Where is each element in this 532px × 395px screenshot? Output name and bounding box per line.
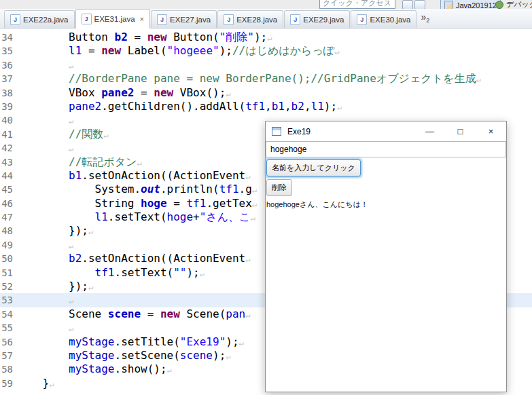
eol-marker: ↵	[226, 89, 230, 98]
eol-marker: ↵	[137, 158, 141, 168]
perspective-debug-button[interactable]: デバッグ	[492, 0, 532, 9]
eol-marker: ↵	[239, 338, 244, 347]
tab-overflow-indicator[interactable]: »2	[421, 13, 429, 24]
perspective-java-label: Java201912	[456, 1, 497, 10]
eol-marker: ↵	[69, 324, 73, 333]
editor-tab-EXE31.java[interactable]: JEXE31.java×	[75, 9, 151, 29]
java-file-icon: J	[290, 14, 300, 25]
name-textfield[interactable]	[266, 141, 506, 157]
eol-marker: ↵	[252, 200, 257, 209]
line-number: 43	[0, 155, 16, 169]
line-number: 40	[0, 113, 16, 127]
java-file-icon: J	[224, 14, 234, 25]
debug-perspective-icon	[495, 1, 503, 9]
editor-tab-EXE22a.java[interactable]: JEXE22a.java	[4, 10, 75, 28]
eol-marker: ↵	[252, 185, 257, 195]
line-number: 58	[0, 362, 16, 376]
line-number: 44	[0, 169, 16, 183]
editor-tab-EXE30.java[interactable]: JEXE30.java	[351, 10, 416, 28]
tab-label: EXE22a.java	[23, 16, 69, 24]
exe19-window-title: Exe19	[287, 127, 414, 136]
line-number: 39	[0, 100, 16, 113]
line-number: 55	[0, 321, 16, 335]
eol-marker: ↵	[245, 255, 250, 264]
line-number: 49	[0, 238, 16, 252]
eol-marker: ↵	[476, 75, 480, 84]
eol-marker: ↵	[226, 352, 230, 361]
code-line[interactable]: 36 ↵	[0, 58, 532, 72]
code-line[interactable]: 39 pane2.getChildren().addAll(tf1,b1,b2,…	[0, 100, 532, 113]
line-number: 41	[0, 128, 16, 141]
eol-marker: ↵	[251, 213, 255, 223]
eol-marker: ↵	[69, 61, 73, 71]
line-number: 50	[0, 252, 16, 265]
line-number: 34	[0, 31, 16, 44]
tab-label: EXE28.java	[236, 16, 277, 24]
java-file-icon: J	[10, 14, 20, 25]
code-line[interactable]: 37 //BorderPane pane = new BorderPane();…	[0, 72, 532, 86]
quick-access-input[interactable]	[319, 0, 395, 9]
editor-tab-bar: JEXE22a.javaJEXE31.java×JEXE27.javaJEXE2…	[0, 9, 532, 29]
eol-marker: ↵	[69, 144, 73, 153]
minimize-button[interactable]: —	[414, 121, 445, 141]
java-file-icon: J	[157, 14, 167, 25]
java-file-icon: J	[82, 14, 92, 24]
eol-marker: ↵	[49, 379, 54, 389]
line-number: 57	[0, 349, 16, 362]
eol-marker: ↵	[88, 282, 93, 292]
line-number: 56	[0, 335, 16, 349]
main-toolbar: Java201912 デバッグ	[0, 0, 532, 9]
tab-overflow-count: 2	[426, 17, 429, 24]
line-number: 52	[0, 280, 16, 293]
tab-close-icon[interactable]: ×	[140, 15, 144, 23]
eol-marker: ↵	[103, 130, 108, 140]
code-line[interactable]: 34 Button b2 = new Button("削除");↵	[0, 31, 532, 44]
line-number: 45	[0, 183, 16, 196]
code-line[interactable]: 38 VBox pane2 = new VBox();↵	[0, 86, 532, 100]
eol-marker: ↵	[267, 33, 272, 43]
eol-marker: ↵	[334, 47, 339, 56]
exe19-window: Exe19 — □ × 名前を入力してクリック 削除 hogehogeさん、こん…	[265, 121, 507, 392]
editor-tab-EXE27.java[interactable]: JEXE27.java	[151, 10, 217, 28]
line-number: 47	[0, 210, 16, 224]
exe19-window-content: 名前を入力してクリック 削除 hogehogeさん、こんにちは！	[266, 141, 506, 210]
toolbar-window-icon[interactable]	[402, 0, 413, 9]
close-button[interactable]: ×	[476, 121, 506, 141]
line-number: 37	[0, 72, 16, 86]
editor-tab-EXE29.java[interactable]: JEXE29.java	[284, 10, 350, 28]
eol-marker: ↵	[245, 310, 250, 320]
maximize-button[interactable]: □	[445, 121, 476, 141]
line-number: 42	[0, 141, 16, 155]
delete-button[interactable]: 削除	[266, 179, 292, 196]
editor-tab-EXE28.java[interactable]: JEXE28.java	[217, 10, 283, 28]
java-perspective-icon	[444, 1, 453, 9]
line-number: 48	[0, 224, 16, 238]
exe19-titlebar[interactable]: Exe19 — □ ×	[266, 121, 506, 141]
perspective-debug-label: デバッグ	[506, 0, 532, 9]
line-number: 46	[0, 197, 16, 210]
eol-marker: ↵	[88, 227, 93, 236]
eol-marker: ↵	[69, 241, 73, 250]
toolbar-table-icon[interactable]	[414, 0, 425, 9]
code-line[interactable]: 35 l1 = new Label("hogeee");//はじめはからっぽ↵	[0, 44, 532, 58]
line-number: 54	[0, 307, 16, 321]
exe19-app-icon	[272, 127, 281, 136]
eol-marker: ↵	[200, 269, 205, 278]
enter-name-button[interactable]: 名前を入力してクリック	[266, 159, 361, 176]
line-number: 35	[0, 44, 16, 58]
greeting-label: hogehogeさん、こんにちは！	[266, 200, 506, 210]
tab-label: EXE30.java	[370, 16, 410, 24]
eol-marker: ↵	[167, 365, 172, 375]
line-number: 59	[0, 377, 16, 390]
eol-marker: ↵	[245, 172, 250, 181]
java-file-icon: J	[357, 14, 367, 25]
line-number: 53	[0, 293, 16, 307]
line-number: 38	[0, 86, 16, 100]
line-number: 51	[0, 266, 16, 280]
eol-marker: ↵	[69, 296, 73, 305]
tab-label: EXE29.java	[303, 16, 344, 24]
eclipse-ide-window: Java201912 デバッグ JEXE22a.javaJEXE31.java×…	[0, 0, 532, 395]
line-number: 36	[0, 58, 16, 72]
eol-marker: ↵	[69, 116, 73, 126]
eol-marker: ↵	[337, 102, 342, 112]
